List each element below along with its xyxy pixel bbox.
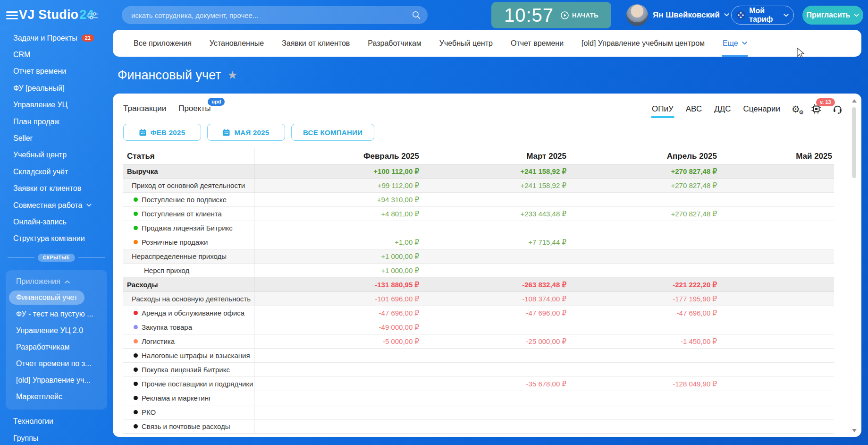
version-badge: v. 13 [816, 98, 835, 106]
table-row[interactable]: Закупка товара-49 000,00 ₽ [123, 320, 834, 334]
main-area: Все приложенияУстановленныеЗаявки от кли… [113, 30, 861, 437]
article-label: Поступления от клиента [142, 210, 222, 218]
table-row[interactable]: Выручка+100 112,00 ₽+241 158,92 ₽+270 82… [123, 164, 834, 179]
content-tab[interactable]: Транзакции [123, 104, 166, 113]
table-row[interactable]: Логистика-5 000,00 ₽-25 000,00 ₽-1 450,0… [123, 334, 834, 349]
sliders-settings-icon[interactable] [88, 12, 98, 20]
filter-button[interactable]: ВСЕ КОМПАНИИ [291, 124, 374, 141]
app-tab[interactable]: Отчет времени [511, 30, 564, 57]
scroll-up-arrow-icon[interactable] [852, 99, 857, 103]
table-row[interactable]: Расходы на основную деятельность-101 696… [123, 292, 834, 306]
table-row[interactable]: Аренда и обслуживание офиса-47 696,00 ₽-… [123, 306, 834, 320]
user-menu[interactable]: Ян Швейковский [653, 0, 729, 30]
filter-button[interactable]: ФЕВ 2025 [123, 124, 201, 141]
app-tab[interactable]: Разработчикам [368, 30, 421, 57]
filter-bar: ФЕВ 2025МАЯ 2025ВСЕ КОМПАНИИ [113, 124, 861, 141]
search-icon[interactable] [412, 11, 421, 19]
report-tab[interactable]: ОПиУ [652, 104, 674, 114]
table-row[interactable]: Розничные продажи+1,00 ₽+7 715,44 ₽ [123, 235, 834, 249]
sidebar-app-item[interactable]: ФУ - тест на пустую ... [6, 306, 107, 322]
sidebar-app-item-label: Маркетплейс [16, 393, 62, 401]
sidebar-item[interactable]: Отчет времени [0, 63, 113, 80]
app-tab[interactable]: Еще [723, 30, 747, 57]
page-title-row: Финансовый учет ★ [113, 57, 861, 94]
app-tab[interactable]: Заявки от клиентов [282, 30, 350, 57]
sidebar-item[interactable]: Задачи и Проекты21 [0, 30, 113, 46]
table-row[interactable]: Поступление по подписке+94 310,00 ₽ [123, 193, 834, 207]
sidebar-app-item[interactable]: Управление УЦ 2.0 [6, 322, 107, 339]
sidebar-app-item[interactable]: Отчет времени по з... [6, 355, 107, 372]
scrollbar-thumb[interactable] [852, 107, 856, 178]
article-label: Логистика [142, 337, 175, 345]
hamburger-menu-icon[interactable] [6, 11, 18, 19]
table-row[interactable]: Реклама и маркетинг [123, 391, 834, 405]
amount-cell: +241 158,92 ₽ [421, 167, 568, 176]
article-label: Поступление по подписке [142, 196, 227, 204]
column-header-month: Май 2025 [719, 152, 834, 161]
sidebar-footer-item[interactable]: Группы [0, 430, 113, 445]
column-header-article: Статья [123, 152, 254, 161]
sidebar-app-item[interactable]: Разработчикам [6, 339, 107, 355]
favorite-star-icon[interactable]: ★ [228, 69, 238, 81]
start-workday-button[interactable]: НАЧАТЬ [561, 11, 598, 19]
table-row[interactable]: Налоговые штрафы и взыскания [123, 349, 834, 363]
sidebar-item[interactable]: Управление УЦ [0, 97, 113, 113]
report-tab[interactable]: Сценарии [743, 104, 780, 114]
plan-button[interactable]: Мой тариф [731, 6, 794, 25]
table-row[interactable]: Нераспределенные приходы+1 000,00 ₽ [123, 249, 834, 264]
apps-group-header[interactable]: Приложения [6, 274, 107, 289]
article-label: Нераспределенные приходы [132, 252, 227, 260]
user-name: Ян Швейковский [653, 10, 720, 20]
app-tab[interactable]: Установленные [210, 30, 264, 57]
article-cell: Продажа лицензий Битрикс [123, 224, 254, 232]
sidebar-app-item[interactable]: [old] Управление уч... [6, 372, 107, 388]
sidebar-item[interactable]: CRM [0, 46, 113, 63]
article-label: РКО [142, 408, 156, 416]
table-row[interactable]: Покупка лицензий Битрикс [123, 363, 834, 377]
app-tab[interactable]: Учебный центр [439, 30, 493, 57]
debug-chip-icon[interactable]: v. 13 [811, 104, 821, 114]
filter-button[interactable]: МАЯ 2025 [207, 124, 285, 141]
amount-cell: -263 832,48 ₽ [421, 281, 568, 289]
sidebar-app-item[interactable]: Финансовый учет [6, 289, 107, 306]
sidebar-app-item[interactable]: Маркетплейс [6, 388, 107, 405]
app-tab[interactable]: [old] Управление учебным центром [581, 30, 705, 57]
content-tab[interactable]: Проектыupd [178, 104, 211, 113]
scroll-down-arrow-icon[interactable] [852, 429, 857, 432]
time-tracker-widget[interactable]: 10:57 НАЧАТЬ [491, 2, 611, 28]
sidebar-item[interactable]: Онлайн-запись [0, 214, 113, 230]
content-tab-label: Проекты [178, 104, 211, 113]
avatar[interactable] [626, 4, 648, 26]
app-logo[interactable]: VJ Studio24 [19, 8, 94, 22]
article-label: Покупка лицензий Битрикс [142, 366, 230, 374]
invite-button[interactable]: Пригласить [802, 6, 863, 25]
sidebar-item[interactable]: План продаж [0, 113, 113, 130]
support-headset-icon[interactable] [833, 104, 843, 114]
sidebar-item[interactable]: Совместная работа [0, 197, 113, 214]
search-input[interactable] [122, 6, 428, 24]
sidebar-item[interactable]: Seller [0, 130, 113, 146]
table-row[interactable]: РКО [123, 405, 834, 419]
report-tab[interactable]: ДДС [714, 104, 731, 114]
article-cell: Прочие поставщики и подрядчики [123, 380, 254, 388]
app-tab[interactable]: Все приложения [134, 30, 192, 57]
table-row[interactable]: Поступления от клиента+4 801,00 ₽+233 44… [123, 207, 834, 221]
sidebar-item[interactable]: Структура компании [0, 231, 113, 247]
sidebar-item[interactable]: Заявки от клиентов [0, 180, 113, 197]
table-row[interactable]: Приход от основной деятельности+99 112,0… [123, 179, 834, 193]
vertical-scrollbar [851, 99, 858, 432]
sidebar-footer-item[interactable]: Технологии [0, 413, 113, 430]
table-row[interactable]: Нерсп приход+1 000,00 ₽ [123, 264, 834, 278]
settings-gears-icon[interactable]: ⚙⚙ [792, 104, 800, 114]
sidebar-item[interactable]: Складской учёт [0, 163, 113, 180]
sidebar-item[interactable]: ФУ [реальный] [0, 80, 113, 96]
amount-cell: -49 000,00 ₽ [254, 323, 421, 332]
table-row[interactable]: Продажа лицензий Битрикс [123, 221, 834, 235]
table-row[interactable]: Связь и почтовые расходы [123, 419, 834, 434]
hidden-divider-label[interactable]: СКРЫТЫЕ [38, 254, 75, 262]
table-row[interactable]: Расходы-131 880,95 ₽-263 832,48 ₽-221 22… [123, 278, 834, 292]
sidebar-item[interactable]: Учебный центр [0, 147, 113, 163]
report-tab[interactable]: АВС [686, 104, 702, 114]
table-row[interactable]: Прочие поставщики и подрядчики-35 678,00… [123, 377, 834, 391]
article-label: Реклама и маркетинг [142, 394, 211, 402]
